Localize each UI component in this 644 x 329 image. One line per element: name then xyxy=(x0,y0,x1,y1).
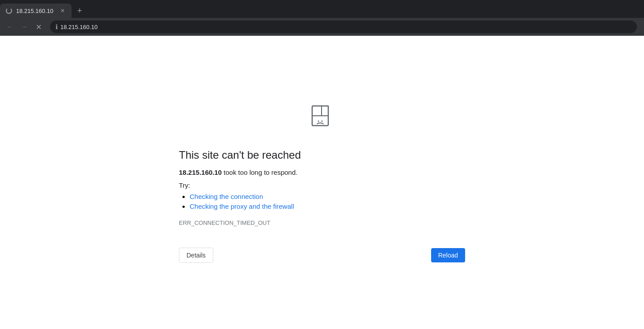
forward-button[interactable]: → xyxy=(18,21,30,33)
url-text: 18.215.160.10 xyxy=(60,24,97,30)
check-connection-link[interactable]: Checking the connection xyxy=(190,193,263,200)
close-icon: ✕ xyxy=(36,23,42,31)
error-code: ERR_CONNECTION_TIMED_OUT xyxy=(179,219,270,226)
tab-close-button[interactable]: ✕ xyxy=(59,7,66,14)
tab-bar: 18.215.160.10 ✕ + xyxy=(0,0,644,18)
svg-point-4 xyxy=(318,120,319,122)
page-content: This site can't be reached 18.215.160.10… xyxy=(0,36,644,329)
error-container: This site can't be reached 18.215.160.10… xyxy=(179,102,465,263)
tab-title: 18.215.160.10 xyxy=(16,8,55,14)
list-item: Checking the proxy and the firewall xyxy=(190,202,294,211)
info-icon: ℹ xyxy=(55,23,58,30)
forward-icon: → xyxy=(21,23,28,31)
error-description: 18.215.160.10 took too long to respond. xyxy=(179,169,297,176)
back-icon: ← xyxy=(6,23,13,31)
error-description-suffix: took too long to respond. xyxy=(222,169,297,176)
error-try-label: Try: xyxy=(179,181,190,189)
error-page-icon xyxy=(306,102,338,135)
error-suggestions-list: Checking the connection Checking the pro… xyxy=(190,191,294,212)
navigation-bar: ← → ✕ ℹ 18.215.160.10 xyxy=(0,18,644,36)
list-item: Checking the connection xyxy=(190,193,294,201)
stop-loading-button[interactable]: ✕ xyxy=(32,21,45,33)
new-tab-button[interactable]: + xyxy=(73,4,86,17)
active-tab[interactable]: 18.215.160.10 ✕ xyxy=(0,4,72,18)
loading-spinner xyxy=(6,8,12,14)
back-button[interactable]: ← xyxy=(4,21,16,33)
error-title: This site can't be reached xyxy=(179,149,465,161)
browser-chrome: 18.215.160.10 ✕ + ← → ✕ ℹ 18.215.160.10 xyxy=(0,0,644,36)
error-actions: Details Reload xyxy=(179,248,465,263)
tab-favicon xyxy=(5,7,13,14)
error-hostname: 18.215.160.10 xyxy=(179,169,222,176)
address-bar[interactable]: ℹ 18.215.160.10 xyxy=(50,21,637,33)
error-icon-wrapper xyxy=(179,102,465,135)
svg-rect-3 xyxy=(322,106,328,116)
details-button[interactable]: Details xyxy=(179,248,213,263)
reload-button[interactable]: Reload xyxy=(431,248,465,262)
check-proxy-link[interactable]: Checking the proxy and the firewall xyxy=(190,202,294,210)
svg-point-5 xyxy=(322,120,323,122)
